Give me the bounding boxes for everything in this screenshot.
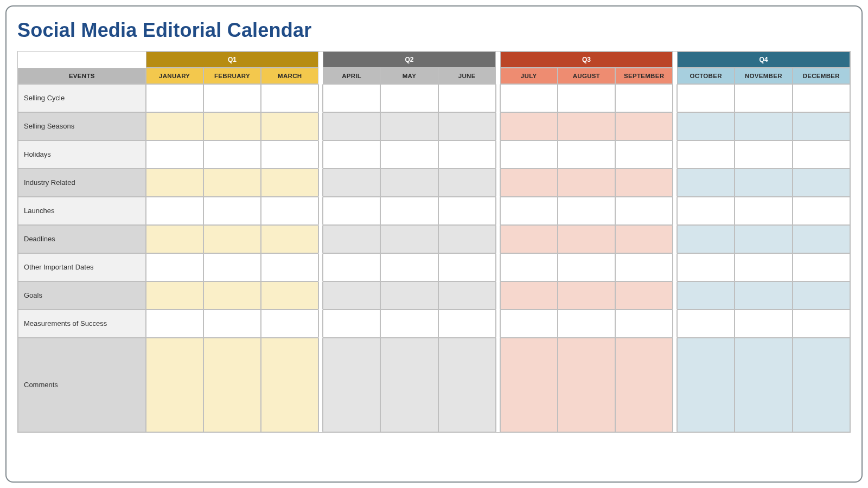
calendar-cell[interactable] — [438, 112, 496, 140]
calendar-cell[interactable] — [203, 140, 261, 169]
calendar-cell[interactable] — [500, 225, 558, 253]
calendar-cell[interactable] — [793, 310, 851, 338]
calendar-cell[interactable] — [500, 310, 558, 338]
calendar-cell[interactable] — [261, 310, 318, 338]
calendar-cell[interactable] — [203, 310, 261, 338]
calendar-cell[interactable] — [203, 112, 261, 140]
calendar-cell[interactable] — [615, 112, 673, 140]
calendar-cell[interactable] — [793, 281, 851, 310]
calendar-cell[interactable] — [677, 112, 735, 140]
calendar-cell[interactable] — [261, 281, 318, 310]
calendar-cell[interactable] — [203, 169, 261, 197]
calendar-cell[interactable] — [380, 140, 438, 169]
calendar-cell[interactable] — [438, 253, 496, 281]
calendar-cell[interactable] — [558, 225, 615, 253]
calendar-cell[interactable] — [735, 310, 792, 338]
calendar-cell[interactable] — [380, 84, 438, 112]
calendar-cell[interactable] — [146, 225, 203, 253]
calendar-cell[interactable] — [261, 84, 318, 112]
calendar-cell[interactable] — [615, 310, 673, 338]
calendar-cell[interactable] — [146, 281, 203, 310]
calendar-cell[interactable] — [558, 253, 615, 281]
calendar-cell[interactable] — [500, 197, 558, 225]
calendar-cell[interactable] — [146, 169, 203, 197]
calendar-cell[interactable] — [203, 281, 261, 310]
calendar-cell[interactable] — [146, 112, 203, 140]
calendar-cell[interactable] — [380, 253, 438, 281]
calendar-cell[interactable] — [558, 112, 615, 140]
calendar-cell[interactable] — [677, 225, 735, 253]
calendar-cell[interactable] — [380, 281, 438, 310]
calendar-cell[interactable] — [203, 225, 261, 253]
calendar-cell[interactable] — [438, 84, 496, 112]
calendar-cell[interactable] — [438, 140, 496, 169]
calendar-cell[interactable] — [323, 225, 380, 253]
calendar-cell[interactable] — [438, 310, 496, 338]
calendar-cell[interactable] — [615, 84, 673, 112]
calendar-cell[interactable] — [735, 281, 792, 310]
calendar-cell[interactable] — [615, 338, 673, 432]
calendar-cell[interactable] — [735, 169, 792, 197]
calendar-cell[interactable] — [500, 281, 558, 310]
calendar-cell[interactable] — [500, 169, 558, 197]
calendar-cell[interactable] — [380, 112, 438, 140]
calendar-cell[interactable] — [261, 197, 318, 225]
calendar-cell[interactable] — [500, 112, 558, 140]
calendar-cell[interactable] — [558, 197, 615, 225]
calendar-cell[interactable] — [677, 140, 735, 169]
calendar-cell[interactable] — [615, 169, 673, 197]
calendar-cell[interactable] — [735, 140, 792, 169]
calendar-cell[interactable] — [677, 338, 735, 432]
calendar-cell[interactable] — [793, 197, 851, 225]
calendar-cell[interactable] — [438, 338, 496, 432]
calendar-cell[interactable] — [323, 169, 380, 197]
calendar-cell[interactable] — [323, 84, 380, 112]
calendar-cell[interactable] — [677, 281, 735, 310]
calendar-cell[interactable] — [146, 84, 203, 112]
calendar-cell[interactable] — [380, 197, 438, 225]
calendar-cell[interactable] — [558, 310, 615, 338]
calendar-cell[interactable] — [677, 253, 735, 281]
calendar-cell[interactable] — [735, 84, 792, 112]
calendar-cell[interactable] — [500, 140, 558, 169]
calendar-cell[interactable] — [793, 169, 851, 197]
calendar-cell[interactable] — [735, 112, 792, 140]
calendar-cell[interactable] — [380, 338, 438, 432]
calendar-cell[interactable] — [677, 84, 735, 112]
calendar-cell[interactable] — [558, 84, 615, 112]
calendar-cell[interactable] — [146, 338, 203, 432]
calendar-cell[interactable] — [558, 140, 615, 169]
calendar-cell[interactable] — [323, 338, 380, 432]
calendar-cell[interactable] — [323, 112, 380, 140]
calendar-cell[interactable] — [203, 338, 261, 432]
calendar-cell[interactable] — [323, 281, 380, 310]
calendar-cell[interactable] — [438, 281, 496, 310]
calendar-cell[interactable] — [558, 281, 615, 310]
calendar-cell[interactable] — [261, 253, 318, 281]
calendar-cell[interactable] — [735, 197, 792, 225]
calendar-cell[interactable] — [146, 197, 203, 225]
calendar-cell[interactable] — [203, 197, 261, 225]
calendar-cell[interactable] — [146, 140, 203, 169]
calendar-cell[interactable] — [677, 197, 735, 225]
calendar-cell[interactable] — [203, 253, 261, 281]
calendar-cell[interactable] — [261, 338, 318, 432]
calendar-cell[interactable] — [146, 310, 203, 338]
calendar-cell[interactable] — [793, 338, 851, 432]
calendar-cell[interactable] — [793, 225, 851, 253]
calendar-cell[interactable] — [380, 169, 438, 197]
calendar-cell[interactable] — [323, 253, 380, 281]
calendar-cell[interactable] — [615, 253, 673, 281]
calendar-cell[interactable] — [261, 140, 318, 169]
calendar-cell[interactable] — [323, 310, 380, 338]
calendar-cell[interactable] — [615, 281, 673, 310]
calendar-cell[interactable] — [380, 225, 438, 253]
calendar-cell[interactable] — [261, 225, 318, 253]
calendar-cell[interactable] — [735, 338, 792, 432]
calendar-cell[interactable] — [261, 169, 318, 197]
calendar-cell[interactable] — [438, 197, 496, 225]
calendar-cell[interactable] — [558, 338, 615, 432]
calendar-cell[interactable] — [615, 197, 673, 225]
calendar-cell[interactable] — [500, 253, 558, 281]
calendar-cell[interactable] — [615, 225, 673, 253]
